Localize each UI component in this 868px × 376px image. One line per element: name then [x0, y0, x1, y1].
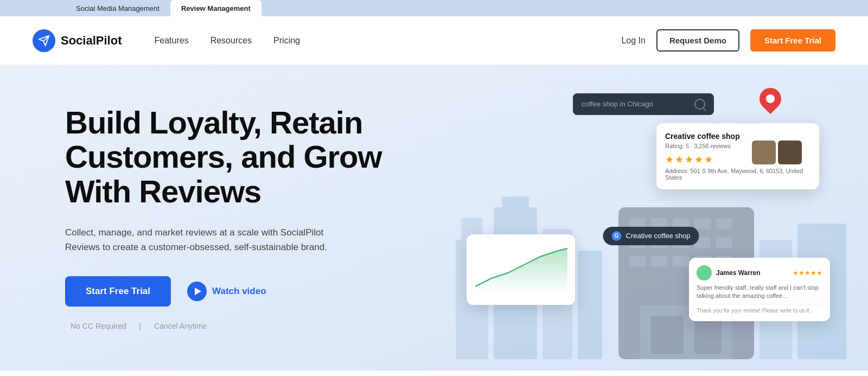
business-label-text: Creative coffee shop [626, 232, 691, 240]
search-icon [694, 99, 705, 110]
top-bar: Social Media Management Review Managemen… [0, 0, 868, 16]
star-3: ★ [685, 154, 693, 165]
watch-video-label: Watch video [212, 286, 266, 297]
svg-rect-14 [716, 218, 732, 229]
svg-rect-27 [694, 316, 722, 354]
hero-subtitle: Collect, manage, and market reviews at a… [65, 225, 358, 254]
search-bar-text: coffee shop in Chicago [582, 100, 690, 108]
nav-features[interactable]: Features [154, 36, 188, 46]
listing-title: Creative coffee shop [665, 132, 810, 141]
fine-print-cancel: Cancel Anytime [154, 322, 207, 330]
fine-print-no-cc: No CC Required [71, 322, 126, 330]
review-text: Super friendly staff, really staff and I… [697, 284, 822, 301]
navbar: SocialPilot Features Resources Pricing L… [0, 16, 868, 65]
listing-images [752, 141, 802, 164]
svg-rect-26 [651, 316, 684, 354]
top-bar-item-review[interactable]: Review Management [170, 0, 261, 16]
logo-svg [38, 35, 50, 47]
listing-rating-text: Rating: 5 · 3,256 reviews [665, 143, 731, 149]
listing-thumb-1 [752, 141, 776, 164]
reviewer-name: James Warren [716, 269, 761, 277]
hero-content: Build Loyalty, Retain Customers, and Gro… [65, 105, 434, 331]
nav-resources[interactable]: Resources [210, 36, 252, 46]
hero-fine-print: No CC Required | Cancel Anytime [65, 322, 434, 330]
logo[interactable]: SocialPilot [33, 29, 122, 52]
svg-rect-22 [673, 256, 689, 267]
request-demo-button[interactable]: Request Demo [656, 29, 739, 52]
star-5: ★ [704, 154, 713, 165]
listing-card: Creative coffee shop Rating: 5 · 3,256 r… [656, 123, 819, 189]
svg-rect-21 [651, 256, 667, 267]
svg-rect-19 [716, 237, 732, 248]
business-label: G Creative coffee shop [603, 227, 699, 245]
svg-point-7 [770, 193, 814, 216]
review-reply: Thank you for your review! Please write … [697, 304, 822, 314]
play-icon [187, 282, 207, 301]
pin-head [755, 83, 786, 114]
reviewer-stars: ★★★★★ [793, 269, 822, 277]
nav-pricing[interactable]: Pricing [273, 36, 300, 46]
analytics-chart-card [467, 234, 575, 305]
search-bar-card: coffee shop in Chicago [573, 93, 714, 115]
start-trial-nav-button[interactable]: Start Free Trial [750, 29, 835, 52]
logo-text: SocialPilot [61, 34, 122, 48]
hero-illustration: coffee shop in Chicago Creative coffee s… [456, 77, 846, 359]
listing-address: Address: 501 S 9th Ave, Maywood, IL 6015… [665, 168, 810, 181]
reviewer-row: James Warren ★★★★★ [697, 265, 822, 281]
hero-section: Build Loyalty, Retain Customers, and Gro… [0, 65, 868, 371]
watch-video-button[interactable]: Watch video [187, 282, 266, 301]
fine-print-separator: | [139, 322, 142, 330]
svg-rect-20 [629, 256, 646, 267]
nav-links: Features Resources Pricing [154, 36, 621, 46]
logo-icon [33, 29, 55, 52]
reviewer-avatar [697, 265, 712, 281]
nav-actions: Log In Request Demo Start Free Trial [621, 29, 835, 52]
login-button[interactable]: Log In [621, 36, 645, 46]
top-bar-item-social[interactable]: Social Media Management [65, 0, 170, 16]
svg-rect-5 [578, 251, 602, 359]
start-trial-hero-button[interactable]: Start Free Trial [65, 276, 171, 307]
chart-svg [475, 243, 567, 292]
location-pin [760, 88, 781, 115]
svg-rect-13 [694, 218, 711, 229]
star-1: ★ [665, 154, 674, 165]
listing-thumb-2 [778, 141, 802, 164]
review-bubble: James Warren ★★★★★ Super friendly staff,… [689, 258, 830, 321]
star-4: ★ [694, 154, 703, 165]
hero-buttons: Start Free Trial Watch video [65, 276, 434, 307]
svg-rect-3 [502, 196, 529, 210]
star-2: ★ [675, 154, 684, 165]
g-icon: G [612, 231, 622, 241]
hero-title: Build Loyalty, Retain Customers, and Gro… [65, 105, 434, 209]
